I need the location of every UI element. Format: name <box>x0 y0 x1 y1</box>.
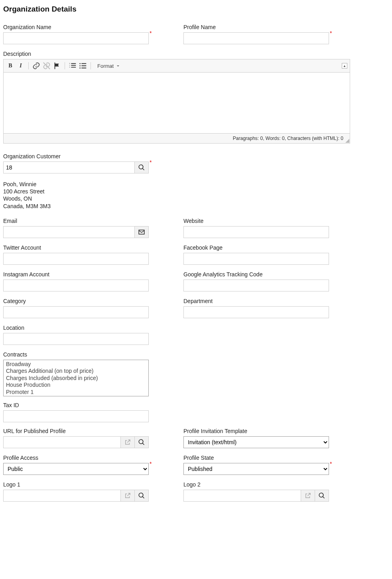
logo1-label: Logo 1 <box>3 481 183 488</box>
external-link-icon <box>124 492 131 499</box>
contracts-option[interactable]: Promoter 1 <box>5 389 147 396</box>
facebook-input[interactable] <box>183 253 329 265</box>
twitter-input[interactable] <box>3 253 149 265</box>
profile-state-select[interactable]: Published <box>183 463 329 475</box>
page-title: Organization Details <box>3 5 389 14</box>
profile-name-input[interactable] <box>183 32 329 44</box>
ga-code-input[interactable] <box>183 280 329 291</box>
url-profile-input[interactable] <box>3 436 121 448</box>
toolbar-separator <box>28 62 29 69</box>
logo2-open-button[interactable] <box>301 490 315 502</box>
format-dropdown[interactable]: Format <box>94 62 121 70</box>
url-search-button[interactable] <box>135 436 149 448</box>
bullet-list-button[interactable] <box>79 61 87 70</box>
bold-icon: B <box>8 63 12 69</box>
unlink-button[interactable] <box>42 61 51 70</box>
location-label: Location <box>3 325 183 331</box>
contracts-label: Contracts <box>3 351 389 358</box>
instagram-input[interactable] <box>3 280 149 291</box>
customer-street: 100 Acres Street <box>3 188 389 195</box>
contracts-listbox[interactable]: BroadwayCharges Additional (on top of pr… <box>3 360 149 396</box>
email-send-button[interactable] <box>135 226 149 238</box>
email-label: Email <box>3 218 183 224</box>
logo1-open-button[interactable] <box>121 490 135 502</box>
italic-icon: I <box>20 63 22 69</box>
required-mark: * <box>150 461 152 467</box>
org-customer-input[interactable] <box>3 161 135 173</box>
description-label: Description <box>3 51 389 57</box>
flag-icon <box>53 61 61 70</box>
numbered-list-icon <box>68 61 77 70</box>
org-name-label: Organization Name <box>3 24 183 30</box>
contracts-option[interactable]: House Production <box>5 382 147 389</box>
ga-code-label: Google Analytics Tracking Code <box>183 271 364 278</box>
toolbar-separator <box>65 62 65 69</box>
svg-point-0 <box>79 63 81 64</box>
org-name-input[interactable] <box>3 32 149 44</box>
url-profile-label: URL for Published Profile <box>3 428 183 434</box>
twitter-label: Twitter Account <box>3 244 183 251</box>
search-icon <box>138 164 145 171</box>
customer-country: Canada, M3M 3M3 <box>3 203 389 210</box>
search-icon <box>138 492 145 499</box>
logo2-label: Logo 2 <box>183 481 364 488</box>
contracts-option[interactable]: Charges Additional (on top of price) <box>5 368 147 375</box>
search-icon <box>318 492 325 499</box>
url-open-button[interactable] <box>121 436 135 448</box>
external-link-icon <box>124 439 131 446</box>
required-mark: * <box>330 461 332 467</box>
required-mark: * <box>330 30 332 36</box>
editor-toolbar: B I Format ▲ <box>4 59 350 73</box>
numbered-list-button[interactable] <box>68 61 77 70</box>
editor-status-text: Paragraphs: 0, Words: 0, Characters (wit… <box>233 136 347 141</box>
description-textarea[interactable] <box>4 73 350 133</box>
department-label: Department <box>183 298 364 304</box>
website-input[interactable] <box>183 226 329 238</box>
search-icon <box>138 439 145 446</box>
org-customer-search-button[interactable] <box>135 161 149 173</box>
profile-access-select[interactable]: Public <box>3 463 149 475</box>
website-label: Website <box>183 218 364 224</box>
resize-grip[interactable] <box>345 139 349 143</box>
logo2-search-button[interactable] <box>315 490 329 502</box>
invitation-tpl-select[interactable]: Invitation (text/html) <box>183 436 329 448</box>
customer-city: Woods, ON <box>3 195 389 202</box>
instagram-label: Instagram Account <box>3 271 183 278</box>
bold-button[interactable]: B <box>6 61 15 70</box>
link-button[interactable] <box>32 61 41 70</box>
collapse-toolbar-button[interactable]: ▲ <box>342 63 347 69</box>
toolbar-separator <box>91 62 91 69</box>
customer-preview: Pooh, Winnie 100 Acres Street Woods, ON … <box>3 181 389 210</box>
tax-id-label: Tax ID <box>3 402 389 408</box>
italic-button[interactable]: I <box>16 61 25 70</box>
logo1-search-button[interactable] <box>135 490 149 502</box>
profile-name-label: Profile Name <box>183 24 364 30</box>
department-input[interactable] <box>183 306 329 318</box>
anchor-button[interactable] <box>53 61 61 70</box>
invitation-tpl-label: Profile Invitation Template <box>183 428 364 434</box>
tax-id-input[interactable] <box>3 410 149 422</box>
bullet-list-icon <box>79 61 87 70</box>
profile-state-label: Profile State <box>183 455 364 461</box>
contracts-option[interactable]: Broadway <box>5 361 147 368</box>
customer-name: Pooh, Winnie <box>3 181 389 188</box>
facebook-label: Facebook Page <box>183 244 364 251</box>
editor-status-bar: Paragraphs: 0, Words: 0, Characters (wit… <box>4 133 350 143</box>
org-customer-label: Organization Customer <box>3 153 389 160</box>
category-label: Category <box>3 298 183 304</box>
unlink-icon <box>42 61 51 70</box>
contracts-option[interactable]: Charges Included (absorbed in price) <box>5 375 147 382</box>
required-mark: * <box>150 30 152 36</box>
description-editor: B I Format ▲ Paragraphs: <box>3 59 350 144</box>
link-icon <box>32 61 41 70</box>
logo1-input[interactable] <box>3 490 121 502</box>
category-input[interactable] <box>3 306 149 318</box>
svg-point-2 <box>79 67 81 69</box>
svg-point-1 <box>79 65 81 67</box>
logo2-input[interactable] <box>183 490 301 502</box>
external-link-icon <box>304 492 311 499</box>
mail-icon <box>138 228 145 236</box>
profile-access-label: Profile Access <box>3 455 183 461</box>
email-input[interactable] <box>3 226 135 238</box>
location-input[interactable] <box>3 333 149 345</box>
